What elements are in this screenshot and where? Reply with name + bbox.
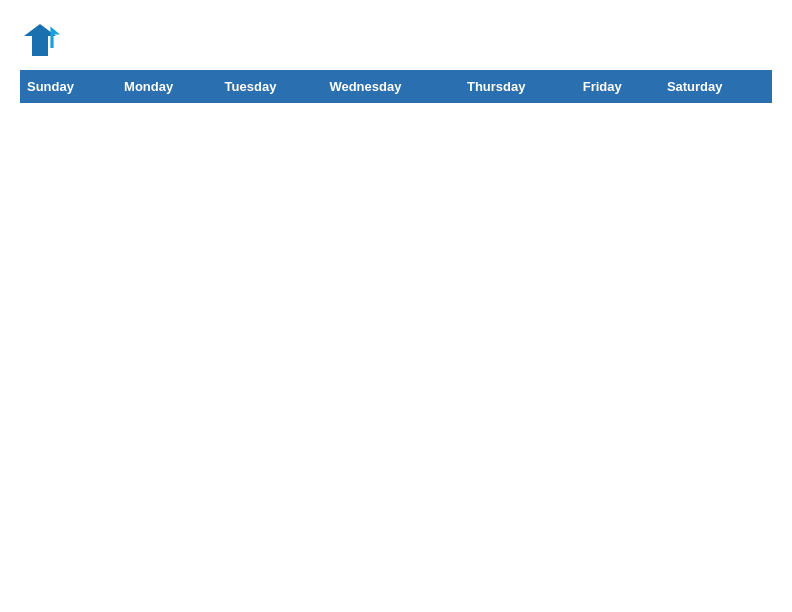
- logo: [20, 20, 66, 60]
- column-header-tuesday: Tuesday: [218, 71, 323, 103]
- column-header-sunday: Sunday: [21, 71, 118, 103]
- column-header-wednesday: Wednesday: [323, 71, 461, 103]
- column-header-saturday: Saturday: [660, 71, 771, 103]
- column-header-monday: Monday: [118, 71, 219, 103]
- svg-marker-1: [50, 26, 60, 48]
- column-header-friday: Friday: [576, 71, 660, 103]
- calendar-header-row: SundayMondayTuesdayWednesdayThursdayFrid…: [21, 71, 772, 103]
- calendar-table: SundayMondayTuesdayWednesdayThursdayFrid…: [20, 70, 772, 103]
- page-header: [20, 20, 772, 60]
- logo-icon: [20, 20, 60, 60]
- column-header-thursday: Thursday: [460, 71, 576, 103]
